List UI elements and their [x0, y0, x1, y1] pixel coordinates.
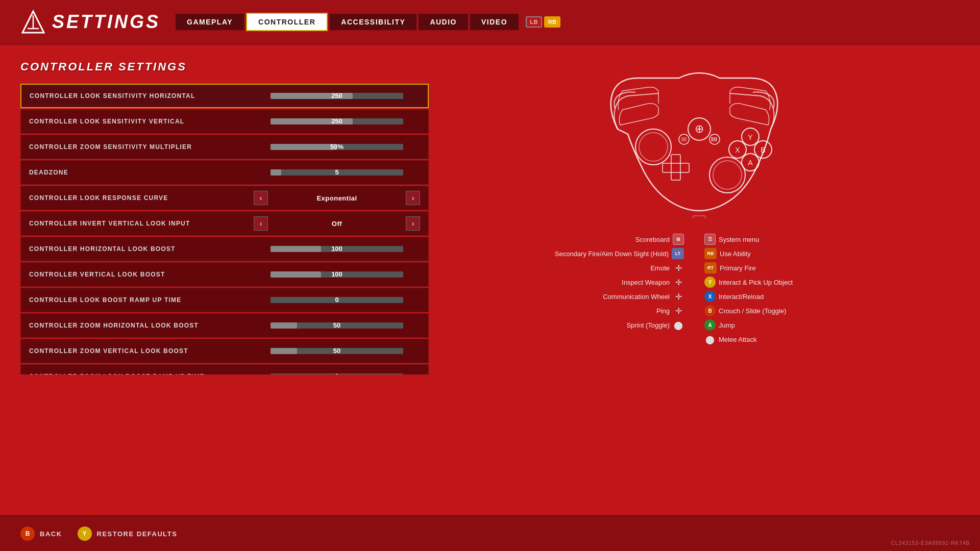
- slider-value: 50%: [271, 143, 403, 151]
- dpad-icon-4: ✛: [673, 305, 684, 316]
- svg-rect-10: [681, 137, 687, 141]
- setting-control: 50: [254, 348, 420, 354]
- slider-track[interactable]: 50: [271, 348, 403, 354]
- setting-control: 0: [254, 297, 420, 303]
- setting-label: CONTROLLER LOOK SENSITIVITY VERTICAL: [29, 118, 254, 125]
- primary-fire-label: Primary Fire: [720, 264, 756, 272]
- restore-defaults-button[interactable]: Y RESTORE DEFAULTS: [78, 527, 178, 541]
- slider-container[interactable]: 100: [254, 271, 420, 278]
- version-code: CL343153-E3A88692-RK74B: [891, 540, 970, 546]
- svg-rect-8: [663, 163, 689, 172]
- slider-track[interactable]: 0: [271, 297, 403, 303]
- select-value: Exponential: [316, 194, 357, 202]
- svg-point-4: [639, 133, 668, 161]
- setting-row-zoom-horiz-boost[interactable]: CONTROLLER ZOOM HORIZONTAL LOOK BOOST 50: [20, 313, 429, 338]
- tab-video[interactable]: VIDEO: [470, 14, 519, 30]
- ctrl-label-primary-fire: RT Primary Fire: [704, 262, 863, 273]
- setting-control: 50: [254, 322, 420, 329]
- comm-wheel-label: Communication Wheel: [603, 293, 670, 300]
- sprint-label: Sprint (Toggle): [626, 321, 670, 329]
- rb-badge: RB: [704, 248, 717, 259]
- slider-container[interactable]: 50: [254, 322, 420, 329]
- slider-container[interactable]: 100: [254, 246, 420, 252]
- setting-control: 50%: [254, 144, 420, 150]
- dpad-icon: ✛: [673, 262, 684, 273]
- setting-row-zoom-mult[interactable]: CONTROLLER ZOOM SENSITIVITY MULTIPLIER 5…: [20, 135, 429, 159]
- next-arrow[interactable]: ›: [406, 191, 420, 205]
- tab-audio[interactable]: AUDIO: [419, 14, 468, 30]
- back-button[interactable]: B BACK: [20, 527, 62, 541]
- ctrl-label-use-ability: RB Use Ability: [704, 248, 863, 259]
- prev-arrow[interactable]: ‹: [254, 216, 268, 231]
- svg-point-3: [635, 129, 671, 165]
- slider-track[interactable]: 50: [271, 322, 403, 329]
- svg-text:A: A: [748, 159, 753, 167]
- ctrl-label-emote: Emote ✛: [526, 262, 684, 273]
- setting-row-boost-ramp[interactable]: CONTROLLER LOOK BOOST RAMP UP TIME 0: [20, 288, 429, 312]
- jump-label: Jump: [719, 321, 735, 329]
- setting-control: 5: [254, 169, 420, 176]
- setting-row-vert-sens[interactable]: CONTROLLER LOOK SENSITIVITY VERTICAL 250: [20, 109, 429, 134]
- setting-label: CONTROLLER ZOOM HORIZONTAL LOOK BOOST: [29, 322, 254, 329]
- slider-container[interactable]: 250: [254, 93, 420, 99]
- slider-track[interactable]: 250: [271, 118, 403, 124]
- slider-value: 5: [271, 168, 403, 176]
- setting-label: CONTROLLER LOOK RESPONSE CURVE: [29, 194, 254, 202]
- setting-row-horiz-sens[interactable]: CONTROLLER LOOK SENSITIVITY HORIZONTAL 2…: [20, 84, 429, 108]
- setting-control: 250: [254, 118, 420, 124]
- lb-badge[interactable]: LB: [526, 16, 542, 28]
- slider-container[interactable]: 50: [254, 348, 420, 354]
- inspect-weapon-label: Inspect Weapon: [622, 279, 670, 286]
- setting-row-response-curve[interactable]: CONTROLLER LOOK RESPONSE CURVE ‹ Exponen…: [20, 186, 429, 210]
- rb-badge[interactable]: RB: [544, 16, 560, 28]
- setting-label: CONTROLLER ZOOM LOOK BOOST RAMP UP TIME: [29, 373, 254, 374]
- svg-text:⊕: ⊕: [695, 122, 704, 135]
- restore-badge: Y: [78, 527, 92, 541]
- a-badge: A: [704, 319, 716, 331]
- setting-row-invert-vert[interactable]: CONTROLLER INVERT VERTICAL LOOK INPUT ‹ …: [20, 211, 429, 236]
- settings-list: CONTROLLER LOOK SENSITIVITY HORIZONTAL 2…: [20, 84, 429, 374]
- slider-container[interactable]: 250: [254, 118, 420, 124]
- stick-icon: ⬤: [673, 319, 684, 331]
- setting-row-vert-boost[interactable]: CONTROLLER VERTICAL LOOK BOOST 100: [20, 262, 429, 287]
- tab-accessibility[interactable]: ACCESSIBILITY: [330, 14, 416, 30]
- slider-track[interactable]: 50%: [271, 144, 403, 150]
- setting-label: CONTROLLER VERTICAL LOOK BOOST: [29, 271, 254, 278]
- menu-icon: ⊞: [673, 234, 684, 245]
- tab-controller[interactable]: CONTROLLER: [246, 13, 328, 31]
- right-panel: ⊕ A B X Y: [429, 60, 960, 499]
- slider-track[interactable]: 250: [271, 93, 403, 99]
- footer: B BACK Y RESTORE DEFAULTS CL343153-E3A88…: [0, 515, 980, 551]
- next-arrow[interactable]: ›: [406, 216, 420, 231]
- setting-label: CONTROLLER HORIZONTAL LOOK BOOST: [29, 245, 254, 253]
- ctrl-label-interact-pickup: Y Interact & Pick Up Object: [704, 277, 863, 288]
- secondary-fire-label: Secondary Fire/Aim Down Sight (Hold): [555, 250, 669, 258]
- setting-row-zoom-vert-boost[interactable]: CONTROLLER ZOOM VERTICAL LOOK BOOST 50: [20, 339, 429, 363]
- setting-label: CONTROLLER ZOOM VERTICAL LOOK BOOST: [29, 347, 254, 355]
- slider-container[interactable]: 5: [254, 169, 420, 176]
- slider-container[interactable]: 0: [254, 373, 420, 374]
- slider-track[interactable]: 100: [271, 246, 403, 252]
- setting-row-horiz-boost[interactable]: CONTROLLER HORIZONTAL LOOK BOOST 100: [20, 237, 429, 261]
- slider-track[interactable]: 0: [271, 373, 403, 374]
- setting-row-deadzone[interactable]: DEADZONE 5: [20, 160, 429, 185]
- setting-control: ‹ Exponential ›: [254, 191, 420, 205]
- setting-row-zoom-boost-ramp[interactable]: CONTROLLER ZOOM LOOK BOOST RAMP UP TIME …: [20, 364, 429, 374]
- tab-gameplay[interactable]: GAMEPLAY: [176, 14, 244, 30]
- slider-container[interactable]: 50%: [254, 144, 420, 150]
- nav-tabs: GAMEPLAY CONTROLLER ACCESSIBILITY AUDIO …: [176, 13, 560, 31]
- use-ability-label: Use Ability: [720, 250, 751, 258]
- prev-arrow[interactable]: ‹: [254, 191, 268, 205]
- slider-container[interactable]: 0: [254, 297, 420, 303]
- slider-track[interactable]: 100: [271, 271, 403, 278]
- header: SETTINGS GAMEPLAY CONTROLLER ACCESSIBILI…: [0, 0, 980, 45]
- x-badge: X: [704, 291, 716, 302]
- ctrl-label-system-menu: ☰ System menu: [704, 234, 863, 245]
- setting-label: CONTROLLER LOOK BOOST RAMP UP TIME: [29, 296, 254, 304]
- slider-track[interactable]: 5: [271, 169, 403, 176]
- page-title: SETTINGS: [52, 11, 160, 33]
- setting-label: CONTROLLER ZOOM SENSITIVITY MULTIPLIER: [29, 143, 254, 151]
- select-control: ‹ Exponential ›: [254, 191, 420, 205]
- svg-point-6: [713, 161, 742, 189]
- setting-label: DEADZONE: [29, 169, 254, 176]
